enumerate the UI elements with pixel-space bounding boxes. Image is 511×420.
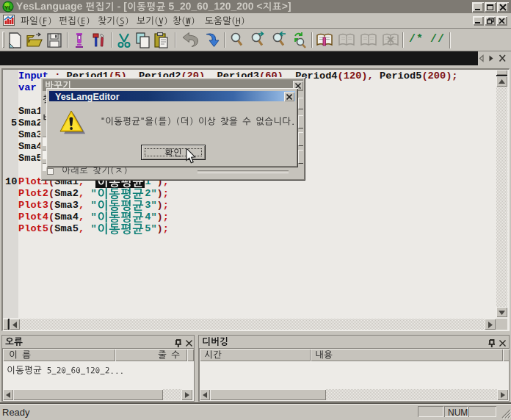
svg-text:YL: YL	[4, 4, 12, 11]
